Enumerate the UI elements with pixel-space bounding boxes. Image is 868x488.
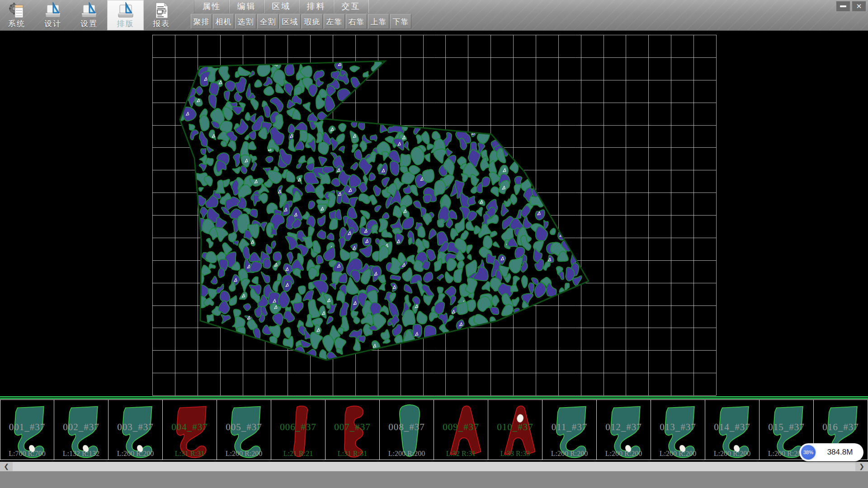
piece-thumbnail-3[interactable]: 003_#37 L:200 R:200 [108,399,163,460]
piece-thumbnail-10[interactable]: 010_#37 L:33 R:33 [488,399,542,460]
set-square-icon [117,1,134,19]
piece-thumbnail-2[interactable]: 002_#37 L:132 R:132 [54,399,108,460]
piece-id-label: 012_#37 [597,422,651,433]
action-button[interactable]: 瑕疵 [302,14,323,29]
piece-size-label: L:200 R:200 [217,450,271,458]
piece-size-label: L:200 R:200 [380,450,434,458]
piece-id-label: 014_#37 [705,422,759,433]
menu-tab[interactable]: 排料 [298,0,334,13]
piece-id-label: 003_#37 [108,422,162,433]
piece-id-label: 010_#37 [488,422,542,433]
main-toolbar: 系统 设计 设置 排版 报表 属性 编辑 区域 排料 交互 聚排 相机 选割 全… [0,0,868,31]
toolbar-main-button-label: 设计 [38,19,67,28]
close-icon: ✕ [856,2,862,10]
bottom-bar [0,471,868,488]
scrollbar-track[interactable] [13,462,855,471]
piece-size-label: L:700 R:700 [0,450,54,458]
menu-tab[interactable]: 属性 [194,0,230,13]
toolbar-main-button-label: 设置 [75,19,104,28]
piece-id-label: 015_#37 [760,422,813,433]
piece-size-label: L:132 R:132 [54,450,108,458]
piece-id-label: 011_#37 [542,422,596,433]
piece-thumbnail-14[interactable]: 014_#37 L:200 R:200 [705,399,760,460]
piece-id-label: 008_#37 [380,422,434,433]
piece-size-label: L:200 R:200 [705,450,759,458]
piece-thumbnail-1[interactable]: 001_#37 L:700 R:700 [0,399,54,460]
report-icon [153,1,170,19]
piece-thumbnail-11[interactable]: 011_#37 L:200 R:200 [542,399,597,460]
action-button[interactable]: 相机 [213,14,234,29]
piece-thumbnail-8[interactable]: 008_#37 L:200 R:200 [380,399,434,460]
toolbar-button-system-1[interactable]: 系统 [2,0,31,30]
strip-top-border [0,396,868,399]
piece-thumbnail-list: 001_#37 L:700 R:700 002_#37 L:132 R:132 … [0,399,868,461]
piece-size-label: L:200 R:200 [108,450,162,458]
action-button[interactable]: 区域 [279,14,301,29]
toolbar-button-ruler-2[interactable]: 设计 [38,0,67,30]
action-button[interactable]: 全割 [257,14,278,29]
system-icon [8,1,25,19]
piece-thumbnail-9[interactable]: 009_#37 L:32 R:31 [434,399,488,460]
scroll-left-arrow[interactable]: ❮ [0,462,13,471]
horizontal-scrollbar[interactable]: ❮ ❯ [0,462,868,471]
piece-size-label: L:200 R:200 [651,450,705,458]
piece-size-label: L:31 R:31 [163,450,217,458]
set-square-icon [44,1,61,19]
piece-thumbnail-13[interactable]: 013_#37 L:200 R:200 [651,399,705,460]
toolbar-button-report-5[interactable]: 报表 [147,0,176,30]
menu-tab[interactable]: 区域 [264,0,299,13]
piece-id-label: 004_#37 [163,422,217,433]
piece-thumbnail-7[interactable]: 007_#37 L:31 R:31 [326,399,380,460]
piece-id-label: 013_#37 [651,422,705,433]
action-button[interactable]: 下靠 [390,14,411,29]
minimize-icon [840,5,846,7]
piece-id-label: 001_#37 [0,422,54,433]
nesting-app-window: 系统 设计 设置 排版 报表 属性 编辑 区域 排料 交互 聚排 相机 选割 全… [0,0,868,488]
action-button[interactable]: 上靠 [368,14,389,29]
menu-tab[interactable]: 交互 [333,0,369,13]
piece-size-label: L:32 R:31 [434,450,488,458]
piece-id-label: 007_#37 [326,422,379,433]
piece-id-label: 009_#37 [434,422,488,433]
toolbar-main-button-label: 排版 [107,19,144,28]
toolbar-main-button-label: 系统 [2,19,31,28]
piece-id-label: 016_#37 [814,422,868,433]
piece-size-label: L:21 R:21 [271,450,325,458]
piece-thumbnail-strip: 001_#37 L:700 R:700 002_#37 L:132 R:132 … [0,396,868,462]
piece-thumbnail-6[interactable]: 006_#37 L:21 R:21 [271,399,326,460]
nesting-canvas[interactable] [0,30,868,396]
piece-size-label: L:33 R:33 [488,450,542,458]
action-button[interactable]: 聚排 [191,14,212,29]
report-icon [153,1,170,19]
piece-id-label: 005_#37 [217,422,271,433]
toolbar-button-ruler-4[interactable]: 排版 [107,0,144,30]
ruler-icon [80,1,98,19]
progress-badge: 38% [800,444,816,460]
piece-id-label: 006_#37 [271,422,325,433]
menu-tab[interactable]: 编辑 [229,0,264,13]
piece-thumbnail-5[interactable]: 005_#37 L:200 R:200 [217,399,271,460]
memory-usage-label: 384.8M [816,448,863,457]
toolbar-button-ruler-3[interactable]: 设置 [75,0,104,30]
minimize-button[interactable] [836,1,850,12]
piece-thumbnail-12[interactable]: 012_#37 L:200 R:200 [597,399,651,460]
set-square-icon [80,1,98,19]
scroll-right-arrow[interactable]: ❯ [855,462,868,471]
action-button[interactable]: 选割 [235,14,256,29]
piece-thumbnail-4[interactable]: 004_#37 L:31 R:31 [163,399,217,460]
action-button[interactable]: 右靠 [346,14,367,29]
memory-status-pill: 38% 384.8M [799,443,863,461]
nesting-workspace[interactable] [0,30,868,396]
ruler-icon [44,1,61,19]
system-icon [8,1,25,19]
ruler-icon [117,1,134,19]
piece-size-label: L:31 R:31 [326,450,379,458]
piece-id-label: 002_#37 [54,422,108,433]
piece-size-label: L:200 R:200 [542,450,596,458]
toolbar-main-button-label: 报表 [147,19,176,28]
piece-size-label: L:200 R:200 [597,450,651,458]
action-button[interactable]: 左靠 [324,14,345,29]
close-button[interactable]: ✕ [852,1,866,12]
